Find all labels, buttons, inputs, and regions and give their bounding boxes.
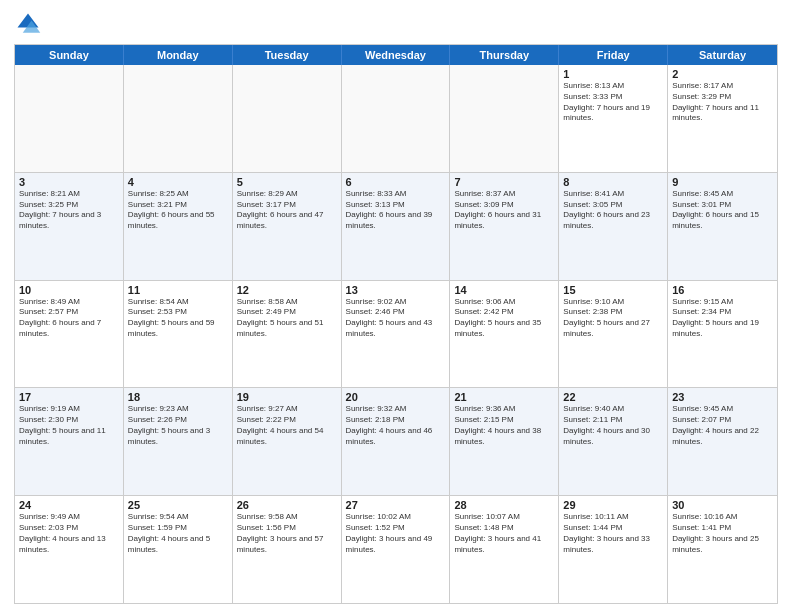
calendar-header: SundayMondayTuesdayWednesdayThursdayFrid… — [15, 45, 777, 65]
day-info: Sunrise: 9:02 AM Sunset: 2:46 PM Dayligh… — [346, 297, 446, 340]
day-number: 27 — [346, 499, 446, 511]
day-cell-21: 21Sunrise: 9:36 AM Sunset: 2:15 PM Dayli… — [450, 388, 559, 495]
weekday-header-tuesday: Tuesday — [233, 45, 342, 65]
logo — [14, 10, 46, 38]
weekday-header-saturday: Saturday — [668, 45, 777, 65]
day-info: Sunrise: 8:37 AM Sunset: 3:09 PM Dayligh… — [454, 189, 554, 232]
day-number: 16 — [672, 284, 773, 296]
day-number: 28 — [454, 499, 554, 511]
day-cell-1: 1Sunrise: 8:13 AM Sunset: 3:33 PM Daylig… — [559, 65, 668, 172]
day-info: Sunrise: 9:49 AM Sunset: 2:03 PM Dayligh… — [19, 512, 119, 555]
header — [14, 10, 778, 38]
weekday-header-wednesday: Wednesday — [342, 45, 451, 65]
day-number: 10 — [19, 284, 119, 296]
day-cell-27: 27Sunrise: 10:02 AM Sunset: 1:52 PM Dayl… — [342, 496, 451, 603]
day-cell-7: 7Sunrise: 8:37 AM Sunset: 3:09 PM Daylig… — [450, 173, 559, 280]
day-info: Sunrise: 8:29 AM Sunset: 3:17 PM Dayligh… — [237, 189, 337, 232]
day-cell-17: 17Sunrise: 9:19 AM Sunset: 2:30 PM Dayli… — [15, 388, 124, 495]
day-info: Sunrise: 9:15 AM Sunset: 2:34 PM Dayligh… — [672, 297, 773, 340]
day-info: Sunrise: 9:32 AM Sunset: 2:18 PM Dayligh… — [346, 404, 446, 447]
day-info: Sunrise: 8:41 AM Sunset: 3:05 PM Dayligh… — [563, 189, 663, 232]
day-info: Sunrise: 10:16 AM Sunset: 1:41 PM Daylig… — [672, 512, 773, 555]
day-cell-15: 15Sunrise: 9:10 AM Sunset: 2:38 PM Dayli… — [559, 281, 668, 388]
day-cell-3: 3Sunrise: 8:21 AM Sunset: 3:25 PM Daylig… — [15, 173, 124, 280]
day-number: 11 — [128, 284, 228, 296]
empty-cell-0-1 — [124, 65, 233, 172]
weekday-header-friday: Friday — [559, 45, 668, 65]
day-number: 9 — [672, 176, 773, 188]
calendar-row-0: 1Sunrise: 8:13 AM Sunset: 3:33 PM Daylig… — [15, 65, 777, 173]
day-number: 24 — [19, 499, 119, 511]
empty-cell-0-2 — [233, 65, 342, 172]
day-number: 4 — [128, 176, 228, 188]
day-number: 5 — [237, 176, 337, 188]
day-number: 22 — [563, 391, 663, 403]
weekday-header-monday: Monday — [124, 45, 233, 65]
day-cell-24: 24Sunrise: 9:49 AM Sunset: 2:03 PM Dayli… — [15, 496, 124, 603]
calendar-row-2: 10Sunrise: 8:49 AM Sunset: 2:57 PM Dayli… — [15, 281, 777, 389]
day-info: Sunrise: 8:49 AM Sunset: 2:57 PM Dayligh… — [19, 297, 119, 340]
day-number: 1 — [563, 68, 663, 80]
day-cell-18: 18Sunrise: 9:23 AM Sunset: 2:26 PM Dayli… — [124, 388, 233, 495]
calendar: SundayMondayTuesdayWednesdayThursdayFrid… — [14, 44, 778, 604]
calendar-row-1: 3Sunrise: 8:21 AM Sunset: 3:25 PM Daylig… — [15, 173, 777, 281]
empty-cell-0-3 — [342, 65, 451, 172]
day-info: Sunrise: 9:58 AM Sunset: 1:56 PM Dayligh… — [237, 512, 337, 555]
day-number: 30 — [672, 499, 773, 511]
day-number: 19 — [237, 391, 337, 403]
day-cell-25: 25Sunrise: 9:54 AM Sunset: 1:59 PM Dayli… — [124, 496, 233, 603]
day-number: 13 — [346, 284, 446, 296]
day-info: Sunrise: 10:02 AM Sunset: 1:52 PM Daylig… — [346, 512, 446, 555]
day-number: 6 — [346, 176, 446, 188]
day-number: 29 — [563, 499, 663, 511]
logo-icon — [14, 10, 42, 38]
day-number: 3 — [19, 176, 119, 188]
day-info: Sunrise: 9:10 AM Sunset: 2:38 PM Dayligh… — [563, 297, 663, 340]
page: SundayMondayTuesdayWednesdayThursdayFrid… — [0, 0, 792, 612]
calendar-row-3: 17Sunrise: 9:19 AM Sunset: 2:30 PM Dayli… — [15, 388, 777, 496]
day-number: 23 — [672, 391, 773, 403]
day-cell-10: 10Sunrise: 8:49 AM Sunset: 2:57 PM Dayli… — [15, 281, 124, 388]
day-info: Sunrise: 8:21 AM Sunset: 3:25 PM Dayligh… — [19, 189, 119, 232]
day-cell-19: 19Sunrise: 9:27 AM Sunset: 2:22 PM Dayli… — [233, 388, 342, 495]
day-number: 21 — [454, 391, 554, 403]
day-number: 26 — [237, 499, 337, 511]
day-number: 2 — [672, 68, 773, 80]
day-number: 20 — [346, 391, 446, 403]
day-number: 18 — [128, 391, 228, 403]
day-cell-8: 8Sunrise: 8:41 AM Sunset: 3:05 PM Daylig… — [559, 173, 668, 280]
day-number: 12 — [237, 284, 337, 296]
day-number: 7 — [454, 176, 554, 188]
day-number: 8 — [563, 176, 663, 188]
day-number: 25 — [128, 499, 228, 511]
day-cell-16: 16Sunrise: 9:15 AM Sunset: 2:34 PM Dayli… — [668, 281, 777, 388]
day-cell-12: 12Sunrise: 8:58 AM Sunset: 2:49 PM Dayli… — [233, 281, 342, 388]
day-number: 15 — [563, 284, 663, 296]
day-info: Sunrise: 9:45 AM Sunset: 2:07 PM Dayligh… — [672, 404, 773, 447]
day-info: Sunrise: 9:06 AM Sunset: 2:42 PM Dayligh… — [454, 297, 554, 340]
day-cell-30: 30Sunrise: 10:16 AM Sunset: 1:41 PM Dayl… — [668, 496, 777, 603]
day-cell-26: 26Sunrise: 9:58 AM Sunset: 1:56 PM Dayli… — [233, 496, 342, 603]
day-info: Sunrise: 8:45 AM Sunset: 3:01 PM Dayligh… — [672, 189, 773, 232]
day-cell-6: 6Sunrise: 8:33 AM Sunset: 3:13 PM Daylig… — [342, 173, 451, 280]
day-cell-28: 28Sunrise: 10:07 AM Sunset: 1:48 PM Dayl… — [450, 496, 559, 603]
day-info: Sunrise: 9:54 AM Sunset: 1:59 PM Dayligh… — [128, 512, 228, 555]
day-info: Sunrise: 9:23 AM Sunset: 2:26 PM Dayligh… — [128, 404, 228, 447]
day-cell-11: 11Sunrise: 8:54 AM Sunset: 2:53 PM Dayli… — [124, 281, 233, 388]
day-info: Sunrise: 8:33 AM Sunset: 3:13 PM Dayligh… — [346, 189, 446, 232]
day-number: 17 — [19, 391, 119, 403]
day-cell-5: 5Sunrise: 8:29 AM Sunset: 3:17 PM Daylig… — [233, 173, 342, 280]
calendar-row-4: 24Sunrise: 9:49 AM Sunset: 2:03 PM Dayli… — [15, 496, 777, 603]
weekday-header-thursday: Thursday — [450, 45, 559, 65]
day-cell-9: 9Sunrise: 8:45 AM Sunset: 3:01 PM Daylig… — [668, 173, 777, 280]
day-cell-2: 2Sunrise: 8:17 AM Sunset: 3:29 PM Daylig… — [668, 65, 777, 172]
day-info: Sunrise: 9:36 AM Sunset: 2:15 PM Dayligh… — [454, 404, 554, 447]
day-info: Sunrise: 9:19 AM Sunset: 2:30 PM Dayligh… — [19, 404, 119, 447]
day-info: Sunrise: 10:07 AM Sunset: 1:48 PM Daylig… — [454, 512, 554, 555]
day-cell-22: 22Sunrise: 9:40 AM Sunset: 2:11 PM Dayli… — [559, 388, 668, 495]
weekday-header-sunday: Sunday — [15, 45, 124, 65]
day-info: Sunrise: 10:11 AM Sunset: 1:44 PM Daylig… — [563, 512, 663, 555]
day-info: Sunrise: 9:27 AM Sunset: 2:22 PM Dayligh… — [237, 404, 337, 447]
day-cell-20: 20Sunrise: 9:32 AM Sunset: 2:18 PM Dayli… — [342, 388, 451, 495]
day-number: 14 — [454, 284, 554, 296]
